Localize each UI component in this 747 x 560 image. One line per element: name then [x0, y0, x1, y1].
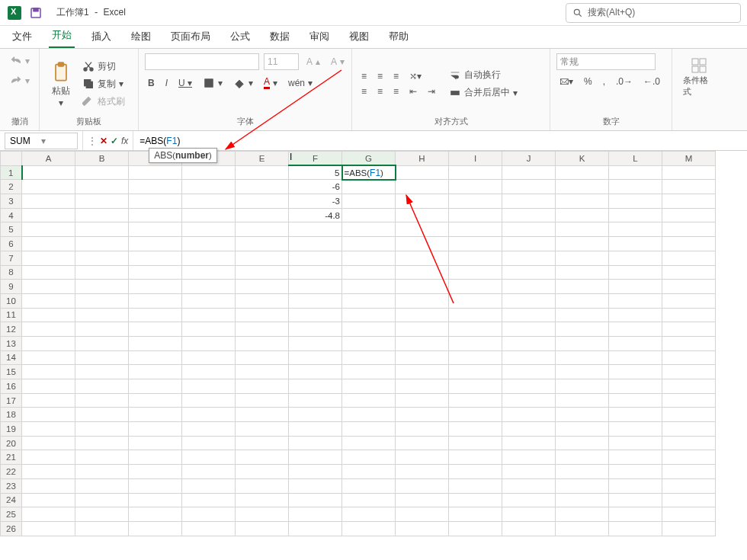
menu-review[interactable]: 审阅 [306, 25, 332, 48]
cell-H23[interactable] [396, 478, 449, 493]
comma-button[interactable]: , [600, 75, 608, 88]
cell-A18[interactable] [22, 408, 75, 422]
cell-A23[interactable] [22, 478, 75, 493]
name-box[interactable]: SUM ▾ [5, 133, 78, 149]
cell-F5[interactable] [289, 222, 342, 237]
cell-A11[interactable] [22, 308, 75, 322]
cell-J2[interactable] [502, 180, 556, 194]
cell-A12[interactable] [22, 322, 75, 337]
cell-L4[interactable] [609, 208, 662, 222]
row-header-6[interactable]: 6 [1, 237, 22, 251]
cell-H9[interactable] [396, 280, 449, 294]
menu-help[interactable]: 帮助 [386, 25, 412, 48]
cell-D26[interactable] [182, 521, 236, 536]
select-all-corner[interactable] [1, 152, 22, 166]
cell-I6[interactable] [449, 237, 502, 251]
cell-D21[interactable] [182, 450, 236, 465]
align-bottom-button[interactable]: ≡ [390, 69, 402, 83]
menu-formulas[interactable]: 公式 [227, 25, 253, 48]
cell-L16[interactable] [609, 379, 662, 394]
cell-M13[interactable] [662, 336, 716, 350]
cell-J24[interactable] [502, 493, 556, 507]
cell-E12[interactable] [236, 322, 289, 337]
col-header-I[interactable]: I [449, 152, 502, 166]
cell-J18[interactable] [502, 408, 556, 422]
cell-J16[interactable] [502, 379, 556, 394]
cell-F3[interactable]: -3 [289, 194, 342, 209]
cell-B8[interactable] [75, 265, 129, 280]
row-header-18[interactable]: 18 [1, 408, 22, 422]
cell-D2[interactable] [182, 180, 236, 194]
cell-H26[interactable] [396, 521, 449, 536]
cell-D9[interactable] [182, 280, 236, 294]
cell-K13[interactable] [556, 336, 609, 350]
cell-K18[interactable] [556, 408, 609, 422]
cell-B12[interactable] [75, 322, 129, 337]
cell-E22[interactable] [236, 465, 289, 479]
row-header-11[interactable]: 11 [1, 308, 22, 322]
cell-L14[interactable] [609, 350, 662, 365]
cell-K14[interactable] [556, 350, 609, 365]
cell-I5[interactable] [449, 222, 502, 237]
cell-M11[interactable] [662, 308, 716, 322]
cell-I10[interactable] [449, 293, 502, 308]
cell-H18[interactable] [396, 408, 449, 422]
cell-J4[interactable] [502, 208, 556, 222]
phonetic-button[interactable]: wén▾ [285, 76, 316, 90]
row-header-23[interactable]: 23 [1, 478, 22, 493]
cell-E14[interactable] [236, 350, 289, 365]
cell-M15[interactable] [662, 365, 716, 379]
increase-font-button[interactable]: A▴ [303, 55, 323, 69]
cell-B9[interactable] [75, 280, 129, 294]
row-header-8[interactable]: 8 [1, 265, 22, 280]
cell-F6[interactable] [289, 237, 342, 251]
cell-F7[interactable] [289, 251, 342, 265]
cell-B6[interactable] [75, 237, 129, 251]
cell-I26[interactable] [449, 521, 502, 536]
cell-H3[interactable] [396, 194, 449, 209]
cell-C9[interactable] [129, 280, 182, 294]
cell-J1[interactable] [502, 165, 556, 180]
cell-H17[interactable] [396, 393, 449, 408]
cell-A4[interactable] [22, 208, 75, 222]
cell-C19[interactable] [129, 422, 182, 437]
cell-J15[interactable] [502, 365, 556, 379]
cell-L11[interactable] [609, 308, 662, 322]
indent-inc-button[interactable]: ⇥ [425, 85, 438, 98]
cell-A24[interactable] [22, 493, 75, 507]
cell-C16[interactable] [129, 379, 182, 394]
cell-E5[interactable] [236, 222, 289, 237]
col-header-A[interactable]: A [22, 152, 75, 166]
formula-input[interactable]: =ABS(F1) ABS(number) [133, 131, 747, 150]
cell-D22[interactable] [182, 465, 236, 479]
cell-D18[interactable] [182, 408, 236, 422]
cell-F23[interactable] [289, 478, 342, 493]
cell-M16[interactable] [662, 379, 716, 394]
col-header-G[interactable]: G [342, 152, 396, 166]
cell-F18[interactable] [289, 408, 342, 422]
cell-I16[interactable] [449, 379, 502, 394]
cell-F9[interactable] [289, 280, 342, 294]
cell-G22[interactable] [342, 465, 396, 479]
cell-A2[interactable] [22, 180, 75, 194]
cell-M10[interactable] [662, 293, 716, 308]
cell-G9[interactable] [342, 280, 396, 294]
cell-D13[interactable] [182, 336, 236, 350]
cell-M1[interactable] [662, 165, 716, 180]
cell-J12[interactable] [502, 322, 556, 337]
cell-M8[interactable] [662, 265, 716, 280]
cell-L17[interactable] [609, 393, 662, 408]
cell-C5[interactable] [129, 222, 182, 237]
cell-C26[interactable] [129, 521, 182, 536]
cell-G26[interactable] [342, 521, 396, 536]
row-header-13[interactable]: 13 [1, 336, 22, 350]
cell-A15[interactable] [22, 365, 75, 379]
cell-G16[interactable] [342, 379, 396, 394]
align-right-button[interactable]: ≡ [390, 85, 402, 98]
col-header-K[interactable]: K [556, 152, 609, 166]
copy-button[interactable]: 复制▾ [79, 76, 128, 92]
cell-K9[interactable] [556, 280, 609, 294]
cell-A21[interactable] [22, 450, 75, 465]
cell-B10[interactable] [75, 293, 129, 308]
row-header-17[interactable]: 17 [1, 393, 22, 408]
